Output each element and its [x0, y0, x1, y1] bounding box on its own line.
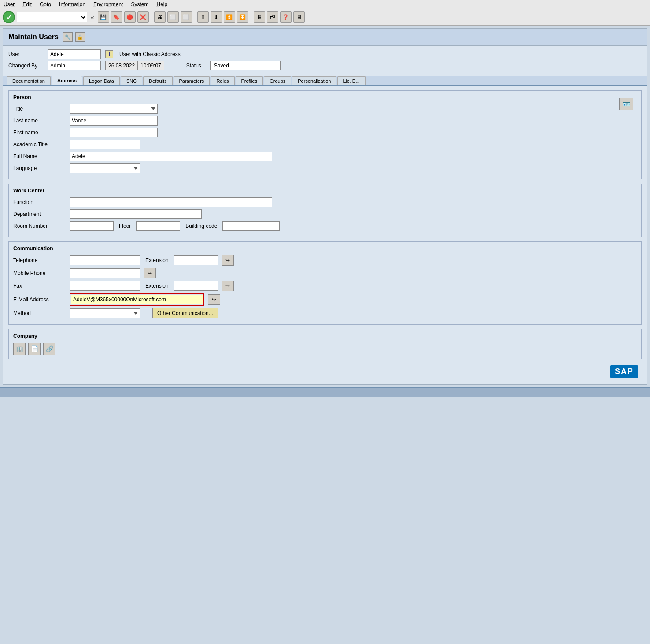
building-code-label: Building code [185, 223, 217, 229]
toolbar-combo[interactable] [17, 12, 87, 22]
telephone-action-btn[interactable]: ↪ [222, 255, 234, 266]
changed-by-label: Changed By [8, 63, 44, 69]
changed-by-input[interactable] [48, 61, 101, 70]
menu-system[interactable]: System [131, 1, 148, 7]
print-btn[interactable]: 🖨 [154, 11, 166, 23]
time-display: 10:09:07 [137, 61, 164, 70]
building-code-input[interactable] [222, 221, 280, 231]
find-btn[interactable]: ⬜ [167, 11, 179, 23]
content-area: Person Title Mr. Ms. Dr. Last name [3, 86, 647, 384]
win1-btn[interactable]: 🖥 [254, 11, 265, 23]
win2-btn[interactable]: 🗗 [267, 11, 278, 23]
first-name-input[interactable] [70, 128, 158, 137]
language-field-row: Language EN DE [13, 163, 616, 173]
communication-section: Communication Telephone Extension ↪ Mobi… [8, 241, 642, 325]
tab-parameters[interactable]: Parameters [174, 76, 210, 85]
floor-input[interactable] [136, 221, 180, 231]
nav-last-btn[interactable]: ⏬ [237, 11, 248, 23]
company-icon-btn2[interactable]: 📄 [28, 343, 41, 355]
full-name-field-row: Full Name [13, 152, 616, 161]
company-icon-btn1[interactable]: 🏢 [13, 343, 26, 355]
find-btn2[interactable]: ⬜ [181, 11, 192, 23]
tab-roles[interactable]: Roles [211, 76, 234, 85]
user-input[interactable] [48, 49, 101, 59]
page-title-bar: Maintain Users 🔧 🔒 [3, 29, 647, 46]
bottom-status-bar [0, 387, 650, 397]
tab-profiles[interactable]: Profiles [236, 76, 263, 85]
title-select[interactable]: Mr. Ms. Dr. [70, 104, 158, 114]
monitor-btn[interactable]: 🖥 [293, 11, 305, 23]
department-field-row: Department [13, 209, 637, 219]
mobile-action-btn[interactable]: ↪ [144, 268, 156, 278]
last-name-label: Last name [13, 118, 66, 124]
tabs-bar: Documentation Address Logon Data SNC Def… [3, 76, 647, 86]
tab-lic[interactable]: Lic. D... [337, 76, 365, 85]
tab-personalization[interactable]: Personalization [292, 76, 336, 85]
function-input[interactable] [70, 197, 272, 207]
changed-by-row: Changed By 26.08.2022 10:09:07 Status Sa… [8, 61, 642, 70]
fax-input[interactable] [70, 281, 140, 291]
nav-up-btn[interactable]: ⬆ [197, 11, 209, 23]
mobile-phone-field-row: Mobile Phone ↪ [13, 268, 637, 278]
green-check-btn[interactable]: ✓ [3, 11, 15, 23]
last-name-field-row: Last name [13, 116, 616, 126]
menu-help[interactable]: Help [156, 1, 167, 7]
tool-icon-btn[interactable]: 🔧 [63, 32, 73, 42]
cancel-btn[interactable]: ❌ [137, 11, 149, 23]
nav-first-btn[interactable]: ⏫ [224, 11, 235, 23]
tab-documentation[interactable]: Documentation [7, 76, 51, 85]
tab-groups[interactable]: Groups [264, 76, 291, 85]
email-action-btn[interactable]: ↪ [208, 294, 220, 305]
user-label: User [8, 51, 44, 57]
lock-icon-btn[interactable]: 🔒 [75, 32, 85, 42]
menu-user[interactable]: User [4, 1, 15, 7]
language-select[interactable]: EN DE [70, 163, 140, 173]
date-time-box: 26.08.2022 10:09:07 [105, 61, 164, 70]
sap-logo-area: SAP [8, 363, 642, 380]
toolbar: ✓ « 💾 🔖 🔴 ❌ 🖨 ⬜ ⬜ ⬆ ⬇ ⏫ ⏬ 🖥 🗗 ❓ 🖥 [0, 9, 650, 26]
person-card-btn[interactable]: 🪪 [619, 98, 633, 110]
company-section-title: Company [13, 333, 637, 339]
tab-address[interactable]: Address [52, 76, 82, 85]
page-title: Maintain Users [8, 33, 59, 41]
menu-information[interactable]: Information [59, 1, 85, 7]
mobile-phone-input[interactable] [70, 268, 140, 278]
email-input[interactable] [71, 295, 203, 304]
save-btn[interactable]: 💾 [98, 11, 109, 23]
help-btn[interactable]: ❓ [280, 11, 292, 23]
method-field-row: Method Other Communication... [13, 308, 637, 318]
fax-action-btn[interactable]: ↪ [222, 281, 234, 291]
function-field-row: Function [13, 197, 637, 207]
tab-snc[interactable]: SNC [121, 76, 142, 85]
tab-logon-data[interactable]: Logon Data [83, 76, 120, 85]
info-badge[interactable]: i [105, 50, 113, 58]
telephone-input[interactable] [70, 255, 140, 265]
dbl-arrow-btn[interactable]: « [91, 14, 94, 21]
academic-title-label: Academic Title [13, 141, 66, 148]
fax-ext-input[interactable] [174, 281, 218, 291]
last-name-input[interactable] [70, 116, 158, 126]
menu-goto[interactable]: Goto [40, 1, 51, 7]
room-number-field-row: Room Number Floor Building code [13, 221, 637, 231]
full-name-input[interactable] [70, 152, 272, 161]
menu-environment[interactable]: Environment [93, 1, 123, 7]
telephone-ext-input[interactable] [174, 255, 218, 265]
tab-defaults[interactable]: Defaults [143, 76, 172, 85]
method-select[interactable] [70, 308, 140, 318]
room-number-input[interactable] [70, 221, 114, 231]
floor-label: Floor [119, 223, 131, 229]
other-communication-btn[interactable]: Other Communication... [152, 308, 218, 318]
date-display: 26.08.2022 [105, 61, 137, 70]
department-label: Department [13, 211, 66, 217]
shortcut-btn[interactable]: 🔖 [111, 11, 122, 23]
nav-down-btn[interactable]: ⬇ [211, 11, 222, 23]
academic-title-input[interactable] [70, 140, 140, 149]
email-label: E-Mail Address [13, 296, 66, 303]
status-value: Saved [210, 61, 281, 70]
history-btn1[interactable]: 🔴 [124, 11, 136, 23]
email-field-row: E-Mail Address ↪ [13, 293, 637, 306]
language-label: Language [13, 165, 66, 171]
department-input[interactable] [70, 209, 202, 219]
company-icon-btn3[interactable]: 🔗 [43, 343, 55, 355]
menu-edit[interactable]: Edit [22, 1, 32, 7]
